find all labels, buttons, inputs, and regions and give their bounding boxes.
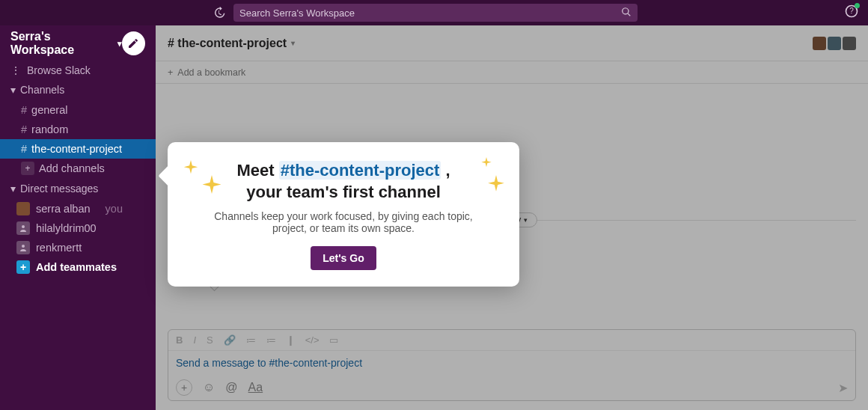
dm-self[interactable]: serra alban you xyxy=(0,199,156,218)
browse-slack[interactable]: ⋮ Browse Slack xyxy=(0,61,156,79)
avatar xyxy=(16,241,30,254)
channel-pane: # the-content-project ▾ + Add a bookmark… xyxy=(156,25,868,410)
more-icon: ⋮ xyxy=(10,64,21,76)
dms-label: Direct messages xyxy=(20,183,98,195)
sparkle-icon xyxy=(201,175,223,198)
plus-icon: + xyxy=(16,260,30,274)
add-channels[interactable]: +Add channels xyxy=(0,159,156,178)
history-button[interactable] xyxy=(213,6,226,19)
chevron-down-icon: ▾ xyxy=(117,39,122,49)
channel-general[interactable]: #general xyxy=(0,100,156,120)
add-teammates[interactable]: +Add teammates xyxy=(0,257,156,277)
avatar xyxy=(16,202,30,215)
sparkle-icon xyxy=(183,160,199,177)
dm-renkmertt[interactable]: renkmertt xyxy=(0,238,156,257)
search-input[interactable]: Search Serra's Workspace xyxy=(233,4,638,22)
svg-point-3 xyxy=(22,245,25,248)
workspace-name: Serra's Workspace xyxy=(10,30,114,57)
help-button[interactable]: ? xyxy=(844,4,859,22)
search-placeholder: Search Serra's Workspace xyxy=(239,7,355,19)
plus-icon: + xyxy=(21,162,34,175)
lets-go-button[interactable]: Let's Go xyxy=(311,246,376,270)
svg-text:?: ? xyxy=(849,7,854,15)
caret-icon: ▾ xyxy=(10,84,16,96)
avatar xyxy=(16,221,30,235)
dm-hilal[interactable]: hilalyldrim00 xyxy=(0,218,156,238)
svg-point-2 xyxy=(22,225,25,228)
channels-section[interactable]: ▾ Channels xyxy=(0,79,156,100)
compose-button[interactable] xyxy=(122,31,145,55)
popup-title: Meet #the-content-project , your team's … xyxy=(202,160,485,203)
channel-the-content-project[interactable]: #the-content-project xyxy=(0,139,156,159)
browse-label: Browse Slack xyxy=(27,64,91,76)
popup-body: Channels keep your work focused, by givi… xyxy=(202,210,485,234)
notification-dot xyxy=(855,3,860,8)
caret-icon: ▾ xyxy=(10,183,16,195)
dms-section[interactable]: ▾ Direct messages xyxy=(0,178,156,199)
sparkle-icon xyxy=(486,175,506,195)
onboarding-popup: Meet #the-content-project , your team's … xyxy=(168,142,519,287)
sidebar: Serra's Workspace ▾ ⋮ Browse Slack ▾ Cha… xyxy=(0,25,156,410)
search-icon xyxy=(621,7,632,19)
workspace-switcher[interactable]: Serra's Workspace ▾ xyxy=(0,25,156,61)
sparkle-icon xyxy=(480,157,492,169)
channel-random[interactable]: #random xyxy=(0,120,156,139)
channels-label: Channels xyxy=(20,84,64,96)
top-bar: Search Serra's Workspace ? xyxy=(0,0,868,25)
